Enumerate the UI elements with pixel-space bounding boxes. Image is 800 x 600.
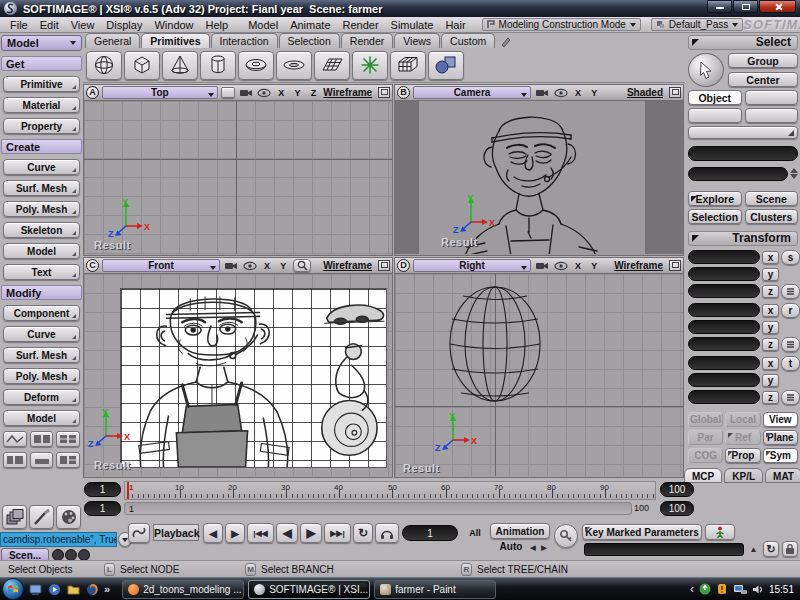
scale-y-field[interactable] (688, 267, 760, 281)
viewport-a-maximize-icon[interactable] (378, 87, 390, 98)
modify-surf-mesh-button[interactable]: Surf. Mesh (3, 347, 80, 363)
menu-display[interactable]: Display (100, 19, 148, 31)
audio-mute-button[interactable] (375, 523, 399, 543)
translate-y-button[interactable]: y (762, 374, 779, 387)
menu-file[interactable]: File (4, 19, 34, 31)
rotate-y-button[interactable]: y (762, 321, 779, 334)
modify-section-header[interactable]: Modify (1, 285, 82, 300)
go-last-frame-button[interactable]: ▶▶| (324, 523, 351, 543)
viewport-c-canvas[interactable]: Y X Z Result (84, 274, 392, 476)
viewport-c-axis-buttons[interactable]: X Y (264, 261, 290, 271)
viewport-c-maximize-icon[interactable] (378, 260, 390, 271)
filter-expand-button[interactable] (688, 126, 798, 139)
selection-button[interactable]: Selection (688, 209, 742, 224)
camera-icon[interactable] (223, 259, 239, 272)
clusters-button[interactable]: Clusters (745, 209, 799, 224)
range-end-field[interactable]: 100 (660, 501, 694, 516)
minimize-button[interactable] (707, 0, 732, 13)
cube-primitive-button[interactable] (124, 51, 160, 80)
plane-mode-button[interactable]: Plane (763, 430, 798, 445)
firefox-icon[interactable] (85, 582, 100, 597)
create-surf-mesh-button[interactable]: Surf. Mesh (3, 180, 80, 196)
current-frame-field[interactable]: 1 (402, 525, 458, 541)
tray-update-icon[interactable] (699, 583, 711, 595)
translate-y-field[interactable] (688, 373, 760, 387)
media-player-icon[interactable] (47, 582, 62, 597)
viewport-c-display-mode[interactable]: Wireframe (323, 260, 372, 271)
auto-prev-icon[interactable]: ◀ (528, 542, 538, 553)
layout-four-pane-button[interactable] (56, 431, 80, 447)
tab-mat[interactable]: MAT (765, 468, 800, 483)
cog-button[interactable]: COG (688, 448, 723, 463)
toolbar-mode-dropdown[interactable]: Model (1, 35, 82, 51)
get-property-button[interactable]: Property (3, 118, 80, 134)
scale-slider-icon[interactable] (781, 284, 800, 299)
viewport-a-display-mode[interactable]: Wireframe (323, 87, 372, 98)
rotate-x-field[interactable] (688, 303, 760, 317)
scale-y-button[interactable]: y (762, 268, 779, 281)
viewport-a-memo-button[interactable] (221, 87, 235, 98)
center-button[interactable]: Center (728, 72, 798, 87)
group-button[interactable]: Group (728, 53, 798, 68)
go-first-frame-button[interactable]: |◀◀ (247, 523, 274, 543)
layout-two-pane-button[interactable] (30, 431, 54, 447)
create-poly-mesh-button[interactable]: Poly. Mesh (3, 201, 80, 217)
menu-window[interactable]: Window (148, 19, 199, 31)
lock-button[interactable] (782, 541, 798, 557)
script-command-input[interactable]: camdisp.rotoenable", True (0, 532, 117, 547)
get-section-header[interactable]: Get (1, 56, 82, 71)
layout-single-pane-button[interactable] (30, 452, 54, 468)
tray-alert-icon[interactable] (716, 583, 728, 595)
camera-icon[interactable] (534, 259, 550, 272)
menu-render[interactable]: Render (337, 19, 385, 31)
eye-icon[interactable] (242, 259, 258, 272)
viewport-a-axis-buttons[interactable]: X Y Z (278, 88, 320, 98)
taskbar-item-browser[interactable]: 2d_toons_modeling ... (122, 580, 244, 599)
update-loop-button[interactable] (128, 523, 150, 543)
viewport-d-axis-buttons[interactable]: X Y (575, 261, 601, 271)
viewport-a-canvas[interactable]: Y X Z Result (84, 101, 392, 254)
tab-custom[interactable]: Custom (441, 33, 495, 48)
menu-animate[interactable]: Animate (284, 19, 336, 31)
modify-model-button[interactable]: Model (3, 410, 80, 426)
rotate-x-button[interactable]: x (762, 304, 779, 317)
modify-deform-button[interactable]: Deform (3, 389, 80, 405)
translate-slider-icon[interactable] (781, 390, 800, 405)
viewport-b-letter[interactable]: B (397, 86, 410, 99)
step-forward-button[interactable]: ▶ (225, 523, 245, 543)
eye-icon[interactable] (256, 86, 272, 99)
all-frames-button[interactable]: All (462, 526, 488, 541)
modify-curve-button[interactable]: Curve (3, 326, 80, 342)
tab-render[interactable]: Render (341, 33, 393, 48)
scale-z-field[interactable] (688, 284, 760, 298)
tab-general[interactable]: General (85, 33, 140, 48)
auto-key-button[interactable]: Auto (496, 541, 526, 554)
sym-button[interactable]: Sym (763, 448, 798, 463)
sphere-primitive-button[interactable] (86, 51, 122, 80)
translate-x-field[interactable] (688, 356, 760, 370)
menu-hair[interactable]: Hair (439, 19, 471, 31)
selection-text-field[interactable] (688, 146, 798, 161)
menu-model[interactable]: Model (242, 19, 284, 31)
viewport-a-view-dropdown[interactable]: Top (102, 86, 218, 99)
eye-icon[interactable] (553, 86, 569, 99)
create-model-button[interactable]: Model (3, 243, 80, 259)
tab-interaction[interactable]: Interaction (211, 33, 278, 48)
zoom-tool-icon[interactable] (293, 259, 311, 272)
select-panel-header[interactable]: Select (688, 35, 798, 50)
modify-component-button[interactable]: Component (3, 305, 80, 321)
viewport-b-display-mode[interactable]: Shaded (627, 87, 663, 98)
par-mode-button[interactable]: Par (688, 430, 723, 445)
viewport-c-letter[interactable]: C (86, 259, 99, 272)
show-desktop-icon[interactable] (28, 582, 43, 597)
rotate-y-field[interactable] (688, 320, 760, 334)
view-mode-button[interactable]: View (763, 412, 798, 427)
refresh-button[interactable]: ↻ (763, 541, 779, 557)
viewport-a-letter[interactable]: A (86, 86, 99, 99)
tray-expand-icon[interactable]: ‹ (690, 582, 694, 596)
viewport-d-maximize-icon[interactable] (669, 260, 681, 271)
marked-parameter-field[interactable] (584, 543, 744, 556)
viewport-c-front[interactable]: C Front X Y Wireframe (83, 257, 393, 478)
character-key-button[interactable] (705, 524, 735, 540)
torus-primitive-button[interactable] (238, 51, 274, 80)
